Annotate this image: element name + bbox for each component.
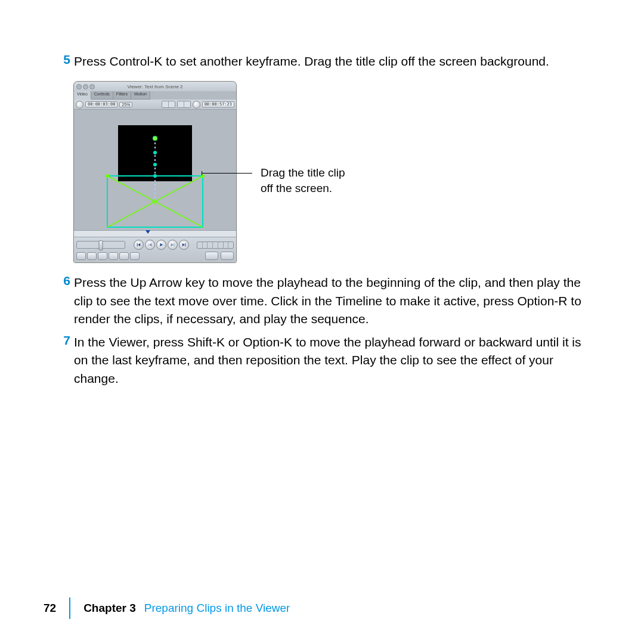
- tab-video[interactable]: Video: [74, 91, 91, 100]
- step-text: In the Viewer, press Shift-K or Option-K…: [74, 333, 588, 388]
- mark-split-button[interactable]: [130, 252, 140, 260]
- viewer-titlebar: Viewer: Text from Scene 2: [74, 82, 236, 91]
- tab-controls[interactable]: Controls: [91, 91, 113, 100]
- wireframe-overlay: [74, 110, 236, 230]
- timecode-in-field[interactable]: 00:00:03:00: [85, 101, 117, 107]
- svg-point-8: [153, 136, 157, 141]
- step-number: 7: [57, 333, 74, 388]
- timecode-out-icon[interactable]: [193, 101, 200, 109]
- viewer-canvas[interactable]: [74, 110, 236, 230]
- svg-point-5: [106, 174, 109, 178]
- go-to-out-button[interactable]: [179, 240, 189, 250]
- callout-line2: off the screen.: [261, 181, 345, 196]
- step-text: Press the Up Arrow key to move the playh…: [74, 274, 588, 328]
- step-back-button[interactable]: [145, 240, 155, 250]
- svg-point-10: [153, 163, 157, 166]
- go-to-in-button[interactable]: [134, 240, 144, 250]
- mark-buttons: [76, 252, 140, 260]
- mark-in-button[interactable]: [76, 252, 86, 260]
- jog-control[interactable]: [76, 241, 125, 249]
- add-keyframe-button[interactable]: [109, 252, 118, 260]
- chapter-label: Chapter 3: [70, 602, 136, 615]
- callout-line1: Drag the title clip: [261, 165, 345, 181]
- step-number: 6: [57, 274, 74, 328]
- mark-out-button[interactable]: [87, 252, 97, 260]
- figure-row: Viewer: Text from Scene 2 Video Controls…: [73, 81, 588, 263]
- viewer-transport: [74, 237, 236, 262]
- chapter-title: Preparing Clips in the Viewer: [136, 602, 290, 615]
- step-6: 6 Press the Up Arrow key to move the pla…: [57, 274, 588, 328]
- step-number: 5: [57, 52, 74, 70]
- view-mode-segment[interactable]: [177, 101, 191, 108]
- figure-callout: Drag the title clip off the screen.: [261, 165, 345, 196]
- play-button[interactable]: [156, 240, 166, 250]
- zoom-field[interactable]: 25%: [119, 102, 132, 107]
- transport-buttons: [134, 240, 189, 250]
- callout-leader-tick: [202, 171, 202, 175]
- svg-point-11: [153, 174, 157, 178]
- shuttle-control[interactable]: [197, 242, 234, 249]
- viewer-title: Viewer: Text from Scene 2: [74, 84, 236, 89]
- insert-button[interactable]: [205, 252, 218, 260]
- view-layout-segment[interactable]: [162, 101, 175, 108]
- page-number: 72: [44, 597, 70, 619]
- timecode-in-icon[interactable]: [76, 101, 83, 109]
- page-footer: 72 Chapter 3 Preparing Clips in the View…: [44, 597, 290, 619]
- viewer-ruler[interactable]: [74, 230, 236, 237]
- tab-motion[interactable]: Motion: [131, 91, 150, 100]
- viewer-window: Viewer: Text from Scene 2 Video Controls…: [73, 81, 237, 263]
- step-forward-button[interactable]: [168, 240, 178, 250]
- edit-overlay-buttons: [205, 252, 234, 260]
- overwrite-button[interactable]: [221, 252, 234, 260]
- mark-clip-button[interactable]: [98, 252, 107, 260]
- step-7: 7 In the Viewer, press Shift-K or Option…: [57, 333, 588, 388]
- timecode-out-field[interactable]: 00:00:57:23: [202, 101, 234, 107]
- add-marker-button[interactable]: [119, 252, 129, 260]
- callout-leader-line: [202, 173, 252, 174]
- viewer-toolbar: 00:00:03:00 25% 00:00:57:23: [74, 100, 236, 110]
- viewer-tabs: Video Controls Filters Motion: [74, 91, 236, 100]
- playhead-icon[interactable]: [145, 230, 150, 234]
- step-5: 5 Press Control-K to set another keyfram…: [57, 52, 588, 70]
- tab-filters[interactable]: Filters: [113, 91, 131, 100]
- step-text: Press Control-K to set another keyframe.…: [74, 52, 588, 70]
- svg-point-9: [153, 151, 157, 154]
